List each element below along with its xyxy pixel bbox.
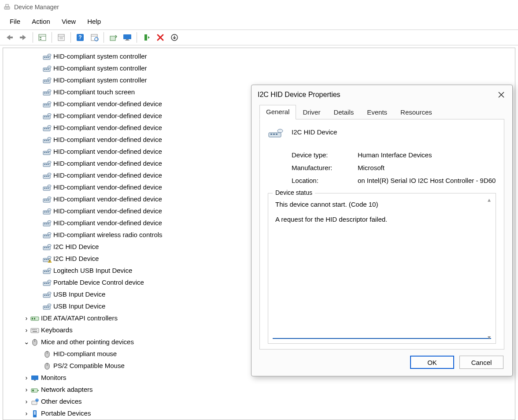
device-label: HID-compliant vendor-defined device <box>53 146 162 157</box>
help-button[interactable]: ? <box>74 31 87 44</box>
expander-icon[interactable]: › <box>22 384 30 395</box>
category-icon <box>30 315 39 323</box>
dialog-title: I2C HID Device Properties <box>258 91 340 99</box>
svg-point-104 <box>48 232 51 234</box>
svg-rect-72 <box>46 164 47 165</box>
ok-button[interactable]: OK <box>410 356 454 369</box>
category-label: Keyboards <box>41 324 73 336</box>
device-icon <box>43 231 52 239</box>
value-manufacturer: Microsoft <box>358 164 496 171</box>
nav-forward-button[interactable] <box>17 31 30 44</box>
device-icon <box>43 112 52 120</box>
svg-rect-36 <box>44 81 45 82</box>
device-label: HID-compliant system controller <box>53 63 147 74</box>
device-icon <box>43 100 52 108</box>
menu-view[interactable]: View <box>56 16 81 27</box>
category-label: Network adapters <box>41 384 93 395</box>
device-status-text[interactable]: This device cannot start. (Code 10) A re… <box>273 199 491 339</box>
scan-hardware-button[interactable] <box>88 31 101 44</box>
enable-device-button[interactable] <box>140 31 153 44</box>
category-label: Other devices <box>41 396 82 407</box>
svg-rect-135 <box>48 307 49 308</box>
category-network[interactable]: ›Network adapters <box>3 384 515 396</box>
value-device-type: Human Interface Devices <box>358 151 496 159</box>
device-label: HID-compliant wireless radio controls <box>53 229 163 241</box>
device-icon <box>43 303 52 311</box>
device-hid-0[interactable]: HID-compliant system controller <box>3 51 515 63</box>
category-portable[interactable]: ›Portable Devices <box>3 408 515 420</box>
show-hide-tree-button[interactable] <box>36 31 49 44</box>
cancel-button[interactable]: Cancel <box>459 356 503 369</box>
svg-rect-133 <box>44 307 45 308</box>
svg-point-126 <box>48 280 51 282</box>
device-label: HID-compliant vendor-defined device <box>53 98 162 110</box>
svg-point-64 <box>48 137 51 139</box>
svg-rect-31 <box>44 69 45 70</box>
svg-point-114 <box>48 256 51 258</box>
device-label: PS/2 Compatible Mouse <box>53 360 125 372</box>
tab-details[interactable]: Details <box>327 105 360 119</box>
uninstall-device-button[interactable] <box>154 31 167 44</box>
dialog-tabs: General Driver Details Events Resources <box>259 104 504 119</box>
svg-rect-8 <box>40 37 41 38</box>
svg-text:?: ? <box>78 34 81 41</box>
svg-rect-152 <box>31 375 38 380</box>
expander-icon[interactable]: › <box>22 408 30 419</box>
svg-rect-5 <box>20 37 23 38</box>
svg-rect-58 <box>48 128 49 129</box>
svg-point-59 <box>48 125 51 127</box>
expander-icon[interactable]: › <box>22 312 30 324</box>
svg-rect-139 <box>34 318 35 320</box>
device-icon <box>43 255 52 263</box>
svg-rect-86 <box>44 200 45 201</box>
svg-rect-119 <box>46 271 47 272</box>
scan-changes-button[interactable] <box>168 31 181 44</box>
properties-button[interactable] <box>55 31 68 44</box>
svg-rect-118 <box>44 271 45 272</box>
tab-general[interactable]: General <box>259 105 296 119</box>
menubar: File Action View Help <box>0 14 518 30</box>
device-label: HID-compliant system controller <box>53 51 147 62</box>
dialog-close-button[interactable] <box>496 90 506 100</box>
device-icon <box>43 196 52 204</box>
device-icon <box>43 77 52 85</box>
device-icon <box>43 350 52 358</box>
svg-rect-97 <box>46 223 47 224</box>
category-icon <box>30 410 39 418</box>
menu-action[interactable]: Action <box>26 16 56 27</box>
category-icon <box>30 338 39 346</box>
category-label: Mice and other pointing devices <box>41 336 134 348</box>
expander-icon[interactable]: › <box>22 324 30 336</box>
monitor-button[interactable] <box>121 31 134 44</box>
device-icon <box>43 136 52 144</box>
expander-icon[interactable]: ⌄ <box>22 336 30 348</box>
category-label: Monitors <box>41 372 67 383</box>
svg-text:?: ? <box>36 399 37 401</box>
toolbar: ? <box>0 30 518 45</box>
expander-icon[interactable]: › <box>22 396 30 407</box>
update-driver-button[interactable] <box>107 31 120 44</box>
menu-help[interactable]: Help <box>82 16 106 27</box>
device-hid-1[interactable]: HID-compliant system controller <box>3 63 515 74</box>
svg-point-44 <box>48 89 51 92</box>
expander-icon[interactable]: › <box>22 372 30 383</box>
device-icon <box>43 184 52 192</box>
svg-rect-1 <box>6 4 8 7</box>
device-label: HID-compliant vendor-defined device <box>53 158 162 169</box>
nav-back-button[interactable] <box>3 31 16 44</box>
svg-rect-111 <box>44 259 45 260</box>
tab-resources[interactable]: Resources <box>394 105 439 119</box>
svg-rect-106 <box>44 247 45 248</box>
tab-events[interactable]: Events <box>360 105 394 119</box>
svg-rect-155 <box>32 390 34 391</box>
svg-rect-62 <box>46 140 47 141</box>
svg-rect-82 <box>46 188 47 189</box>
svg-rect-71 <box>44 164 45 165</box>
tab-driver[interactable]: Driver <box>296 105 327 119</box>
category-other[interactable]: ›?Other devices <box>3 396 515 408</box>
status-scrollbar[interactable]: ▴▾ <box>488 196 494 341</box>
svg-rect-123 <box>44 283 45 284</box>
svg-rect-156 <box>32 401 37 405</box>
menu-file[interactable]: File <box>4 16 26 27</box>
svg-rect-143 <box>34 329 35 330</box>
